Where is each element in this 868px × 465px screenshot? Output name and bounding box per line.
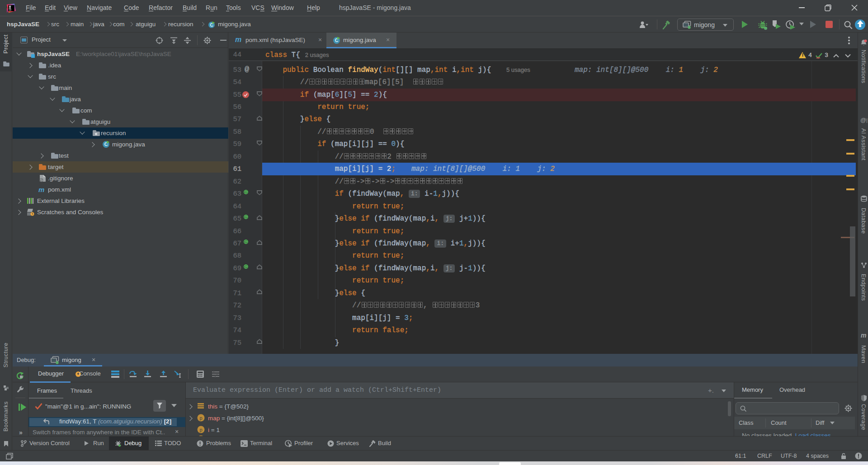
svg-text:p: p	[199, 415, 202, 421]
svg-text:p: p	[199, 427, 202, 432]
